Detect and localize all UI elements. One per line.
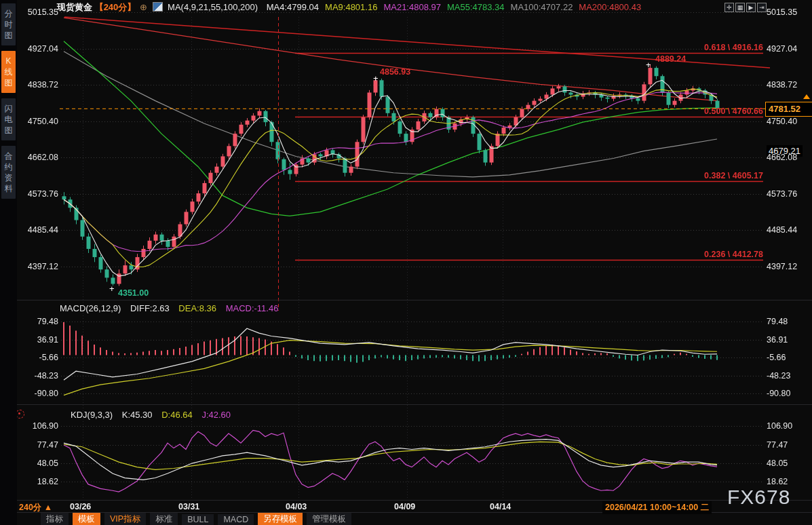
crosshair-icon[interactable]: ✛ bbox=[724, 3, 734, 12]
kdj-axis-label: 106.90 bbox=[767, 421, 792, 431]
macd-axis-label: -48.23 bbox=[767, 371, 790, 381]
ma-value: MA200:4800.43 bbox=[579, 2, 641, 12]
xaxis-date-label: 03/26 bbox=[70, 502, 91, 511]
kdj-axis-label: 77.47 bbox=[20, 440, 58, 450]
toolbar-item-模板[interactable]: 模板 bbox=[73, 513, 100, 525]
chart-scale-icon[interactable]: ▦ bbox=[735, 3, 745, 12]
kdj-axis-label: 18.62 bbox=[20, 477, 58, 486]
sidebar: 分时图K线图闪电图合约资料 bbox=[0, 0, 17, 525]
main-axis-label: 4750.40 bbox=[20, 117, 58, 126]
main-axis-label: 4397.12 bbox=[20, 262, 58, 271]
kdj-axis-label: 106.90 bbox=[20, 421, 58, 431]
indicator-chart-icon[interactable] bbox=[153, 2, 163, 12]
bottom-toolbar: 指标模板VIP指标标准BULLMACD另存模板管理模板 bbox=[41, 513, 351, 525]
toolbar-item-BULL[interactable]: BULL bbox=[182, 514, 214, 525]
panel-divider bbox=[17, 500, 812, 501]
ma-value: MA21:4808.97 bbox=[383, 2, 441, 12]
panel-divider bbox=[17, 300, 812, 300]
xaxis-date-label: 04/09 bbox=[394, 502, 415, 511]
xaxis-date-label: 04/03 bbox=[286, 502, 307, 511]
price-annotation: 4351.00 bbox=[118, 288, 149, 298]
main-axis-label: 4838.72 bbox=[20, 80, 58, 90]
macd-axis-label: 79.48 bbox=[20, 317, 58, 326]
ma-value: MA9:4801.16 bbox=[325, 2, 377, 12]
main-axis-label: 4485.44 bbox=[20, 225, 58, 235]
window-icons: ✛▦▶⇥ bbox=[724, 3, 767, 12]
collapse-icon[interactable]: ⇥ bbox=[757, 3, 767, 12]
main-axis-label: 4927.04 bbox=[20, 44, 58, 54]
toolbar-item-VIP指标[interactable]: VIP指标 bbox=[104, 513, 146, 525]
fib-level-label: 0.500 \ 4760.66 bbox=[627, 106, 763, 116]
macd-axis-label: 79.48 bbox=[767, 317, 788, 326]
price-annotation: 4856.93 bbox=[380, 67, 410, 77]
kdj-d: D:46.64 bbox=[161, 410, 193, 420]
kdj-axis-label: 48.05 bbox=[20, 459, 58, 468]
sidebar-tab-分时图[interactable]: 分时图 bbox=[1, 3, 16, 45]
ma-value: MA55:4783.34 bbox=[447, 2, 505, 12]
cross-marker-icon: + bbox=[109, 284, 115, 294]
main-axis-label: 4573.76 bbox=[767, 189, 797, 199]
symbol-name: 现货黄金 bbox=[57, 2, 92, 12]
price-annotation: 4889.24 bbox=[655, 54, 686, 64]
main-axis-label: 4662.08 bbox=[20, 153, 58, 162]
main-axis-label: 4750.40 bbox=[767, 117, 797, 126]
main-axis-label: 4485.44 bbox=[767, 225, 797, 235]
main-axis-label: 5015.35 bbox=[767, 7, 797, 17]
chart-header: 现货黄金 【240分】 ⊕ MA(4,9,21,55,100,200) MA4:… bbox=[57, 1, 641, 14]
main-axis-label: 4662.08 bbox=[767, 153, 797, 162]
trading-app: { "sidebar":{"tabs":[ {"label":"分时图","ac… bbox=[0, 0, 812, 525]
macd-value: MACD:-11.46 bbox=[226, 303, 279, 313]
macd-axis-label: -48.23 bbox=[20, 371, 58, 381]
macd-axis-label: 36.91 bbox=[767, 335, 788, 345]
kdj-axis-label: 48.05 bbox=[767, 459, 788, 468]
kdj-j: J:42.60 bbox=[201, 410, 231, 420]
current-price-box: 4781.52 bbox=[765, 102, 812, 117]
fib-level-label: 0.618 \ 4916.16 bbox=[627, 43, 763, 52]
main-axis-label: 4573.76 bbox=[20, 189, 58, 199]
toolbar-item-标准[interactable]: 标准 bbox=[150, 513, 178, 525]
ma-settings: MA(4,9,21,55,100,200) bbox=[168, 2, 258, 12]
xaxis-date-label: 03/31 bbox=[178, 502, 199, 511]
macd-dea: DEA:8.36 bbox=[178, 303, 216, 313]
kdj-axis-label: 77.47 bbox=[767, 440, 788, 450]
period-badge[interactable]: 240分 ▲ bbox=[19, 502, 52, 513]
add-indicator-icon[interactable]: ⊕ bbox=[138, 2, 149, 12]
panel-divider bbox=[17, 404, 812, 405]
ma-value: MA4:4799.04 bbox=[267, 2, 319, 12]
main-axis-label: 5015.35 bbox=[20, 7, 58, 17]
macd-header: MACD(26,12,9) DIFF:2.63 DEA:8.36 MACD:-1… bbox=[60, 303, 285, 313]
main-axis-label: 4838.72 bbox=[767, 80, 797, 90]
cross-marker-icon: + bbox=[646, 60, 651, 70]
brand-watermark: FX678 bbox=[727, 486, 790, 509]
sidebar-tab-合约资料[interactable]: 合约资料 bbox=[1, 146, 16, 199]
macd-axis-label: -5.66 bbox=[20, 353, 58, 362]
fib-level-label: 0.382 \ 4605.17 bbox=[627, 171, 763, 180]
macd-diff: DIFF:2.63 bbox=[130, 303, 170, 313]
sidebar-tab-闪电图[interactable]: 闪电图 bbox=[1, 98, 16, 140]
xaxis-date-label: 04/14 bbox=[490, 502, 511, 511]
ma-values: MA4:4799.04MA9:4801.16MA21:4808.97MA55:4… bbox=[260, 2, 641, 12]
chart-canvas[interactable] bbox=[0, 0, 812, 525]
toolbar-item-另存模板[interactable]: 另存模板 bbox=[258, 513, 303, 525]
kdj-header: KDJ(9,3,3) K:45.30 D:46.64 J:42.60 bbox=[71, 410, 237, 420]
period-label[interactable]: 【240分】 bbox=[95, 2, 136, 12]
main-axis-label: 4397.12 bbox=[767, 262, 797, 271]
macd-axis-label: -90.80 bbox=[20, 389, 58, 398]
macd-axis-label: -5.66 bbox=[767, 353, 786, 362]
kdj-k: K:45.30 bbox=[122, 410, 153, 420]
ma-value: MA100:4707.22 bbox=[511, 2, 573, 12]
xaxis-highlight-datetime: 2026/04/21 10:00~14:00 二 bbox=[602, 501, 712, 514]
toolbar-item-MACD[interactable]: MACD bbox=[218, 514, 254, 525]
main-axis-label: 4927.04 bbox=[767, 44, 797, 54]
toolbar-item-管理模板[interactable]: 管理模板 bbox=[307, 513, 351, 525]
sidebar-tab-K线图[interactable]: K线图 bbox=[1, 51, 16, 93]
chart-forward-icon[interactable]: ▶ bbox=[746, 3, 756, 12]
kdj-title[interactable]: KDJ(9,3,3) bbox=[71, 410, 113, 420]
macd-title[interactable]: MACD(26,12,9) bbox=[60, 303, 121, 313]
cross-marker-icon: + bbox=[373, 73, 379, 83]
macd-axis-label: 36.91 bbox=[20, 335, 58, 345]
toolbar-item-指标[interactable]: 指标 bbox=[41, 513, 69, 525]
fib-level-label: 0.236 \ 4412.78 bbox=[627, 250, 763, 259]
price-up-arrow-icon bbox=[803, 94, 810, 99]
macd-axis-label: -90.80 bbox=[767, 389, 790, 398]
